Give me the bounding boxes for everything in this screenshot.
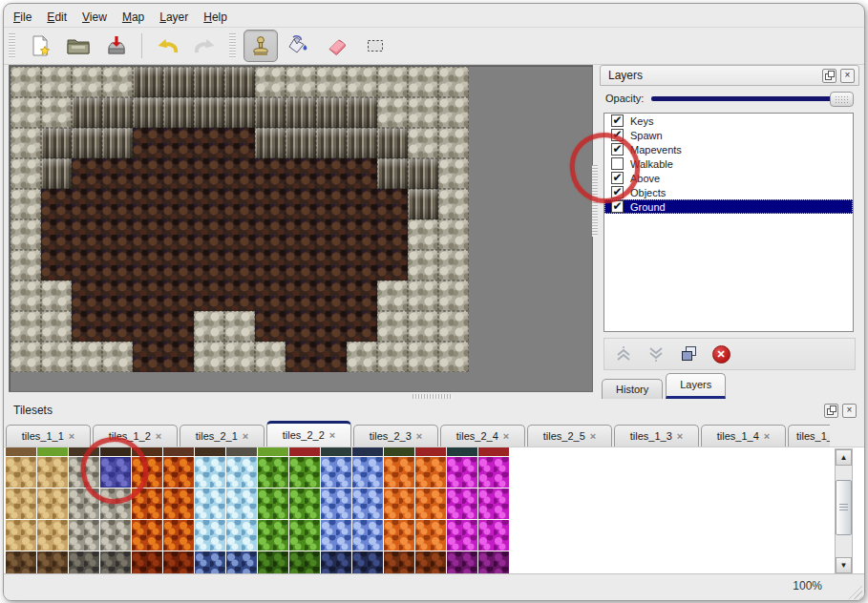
palette-tile-magenta-cells[interactable] bbox=[447, 520, 477, 551]
map-tile-cave-floor[interactable] bbox=[163, 128, 194, 158]
map-tile-cave-floor[interactable] bbox=[255, 219, 286, 250]
palette-tile-vines-dark[interactable] bbox=[289, 551, 320, 574]
palette-tile-crystal[interactable] bbox=[352, 520, 383, 551]
map-tile-rock-ceiling[interactable] bbox=[377, 311, 408, 342]
map-tile-cave-floor[interactable] bbox=[347, 311, 377, 342]
palette-tile-orange-bubble-dark[interactable] bbox=[415, 551, 446, 574]
palette-tile-magenta-cells[interactable] bbox=[478, 520, 509, 551]
palette-tile-partial[interactable] bbox=[69, 447, 99, 456]
map-tile-cave-floor[interactable] bbox=[224, 158, 255, 189]
tileset-tab-tiles_1_[interactable]: tiles_1_ bbox=[788, 425, 830, 447]
palette-tile-sand[interactable] bbox=[37, 489, 68, 519]
palette-tile-partial[interactable] bbox=[100, 447, 131, 456]
map-tile-cave-floor[interactable] bbox=[377, 189, 408, 219]
map-tile-rock-ceiling[interactable] bbox=[316, 67, 347, 97]
palette-tile-partial[interactable] bbox=[478, 447, 509, 456]
palette-tile-crystal-dark[interactable] bbox=[352, 551, 383, 574]
palette-tile-ice[interactable] bbox=[195, 520, 225, 551]
map-tile-cave-floor[interactable] bbox=[347, 219, 377, 250]
map-tile-cliff-wall[interactable] bbox=[41, 158, 72, 189]
palette-tile-ice-dark[interactable] bbox=[226, 551, 257, 574]
palette-tile-partial[interactable] bbox=[226, 447, 257, 456]
map-tile-cliff-wall[interactable] bbox=[224, 97, 255, 128]
map-tile-rock-ceiling[interactable] bbox=[11, 342, 41, 372]
tab-close-icon[interactable]: × bbox=[590, 430, 596, 442]
map-tile-cliff-wall[interactable] bbox=[72, 128, 102, 158]
map-tile-rock-ceiling[interactable] bbox=[11, 281, 41, 311]
map-tile-cave-floor[interactable] bbox=[163, 219, 194, 250]
palette-tile-partial[interactable] bbox=[289, 447, 320, 456]
map-tile-cave-floor[interactable] bbox=[255, 189, 286, 219]
map-tile-cave-floor[interactable] bbox=[347, 189, 377, 219]
palette-tile-ice[interactable] bbox=[195, 489, 225, 519]
palette-tile-vines[interactable] bbox=[289, 520, 320, 551]
palette-tile-sand[interactable] bbox=[6, 520, 36, 551]
panel-tab-history[interactable]: History bbox=[602, 379, 663, 399]
layer-row-walkable[interactable]: Walkable bbox=[604, 156, 853, 171]
map-tile-cave-floor[interactable] bbox=[102, 311, 133, 342]
layer-row-keys[interactable]: ✔Keys bbox=[604, 114, 853, 128]
map-tile-cave-floor[interactable] bbox=[347, 250, 377, 281]
map-tile-cave-floor[interactable] bbox=[72, 250, 102, 281]
tab-close-icon[interactable]: × bbox=[156, 430, 161, 442]
palette-tile-partial[interactable] bbox=[352, 447, 383, 456]
map-tile-rock-ceiling[interactable] bbox=[408, 128, 438, 158]
map-tile-cave-floor[interactable] bbox=[316, 250, 347, 281]
palette-tile-partial[interactable] bbox=[415, 447, 446, 456]
map-tile-rock-ceiling[interactable] bbox=[41, 67, 72, 97]
palette-tile-sand[interactable] bbox=[6, 457, 36, 488]
map-tile-rock-ceiling[interactable] bbox=[11, 158, 41, 189]
map-tile-cliff-wall[interactable] bbox=[286, 97, 316, 128]
map-tile-rock-ceiling[interactable] bbox=[41, 281, 72, 311]
tab-close-icon[interactable]: × bbox=[69, 430, 74, 442]
map-canvas[interactable] bbox=[9, 65, 593, 392]
tab-close-icon[interactable]: × bbox=[503, 430, 509, 442]
map-tile-rock-ceiling[interactable] bbox=[438, 189, 469, 219]
map-tile-cave-floor[interactable] bbox=[316, 281, 347, 311]
duplicate-layer-button[interactable] bbox=[677, 343, 700, 365]
map-tile-cave-floor[interactable] bbox=[255, 281, 286, 311]
delete-layer-button[interactable]: ✕ bbox=[709, 343, 732, 365]
map-tile-rock-ceiling[interactable] bbox=[255, 67, 286, 97]
palette-tile-vines[interactable] bbox=[289, 489, 320, 519]
layer-row-spawn[interactable]: ✔Spawn bbox=[604, 128, 853, 142]
map-tile-rock-ceiling[interactable] bbox=[347, 67, 377, 97]
map-tile-cliff-wall[interactable] bbox=[255, 97, 286, 128]
map-tile-cave-floor[interactable] bbox=[194, 189, 224, 219]
palette-tile-orange-bubble[interactable] bbox=[384, 489, 414, 519]
palette-tile-magenta-cells-dark[interactable] bbox=[478, 551, 509, 574]
map-tile-rock-ceiling[interactable] bbox=[377, 281, 408, 311]
map-tile-rock-ceiling[interactable] bbox=[408, 342, 438, 372]
close-panel-button[interactable]: × bbox=[842, 404, 857, 418]
map-tile-cliff-wall[interactable] bbox=[255, 128, 286, 158]
map-tile-rock-ceiling[interactable] bbox=[408, 281, 438, 311]
map-tile-cave-floor[interactable] bbox=[163, 342, 194, 372]
undo-button[interactable] bbox=[150, 30, 184, 62]
palette-tile-crystal[interactable] bbox=[352, 489, 383, 519]
palette-tile-orange-bubble[interactable] bbox=[415, 457, 446, 488]
menu-help[interactable]: Help bbox=[203, 10, 227, 24]
map-tile-rock-ceiling[interactable] bbox=[438, 342, 469, 372]
layer-row-mapevents[interactable]: ✔Mapevents bbox=[604, 142, 853, 156]
map-tile-rock-ceiling[interactable] bbox=[255, 342, 286, 372]
map-tile-cave-floor[interactable] bbox=[72, 311, 102, 342]
map-tile-rock-ceiling[interactable] bbox=[408, 67, 438, 97]
map-tile-rock-ceiling[interactable] bbox=[438, 97, 469, 128]
map-tile-rock-ceiling[interactable] bbox=[438, 311, 469, 342]
eraser-tool-button[interactable] bbox=[320, 30, 354, 62]
palette-tile-vines[interactable] bbox=[258, 520, 288, 551]
fill-tool-button[interactable] bbox=[282, 30, 316, 62]
palette-tile-partial[interactable] bbox=[195, 447, 225, 456]
map-tile-cliff-wall[interactable] bbox=[408, 189, 438, 219]
toolbar-drag-grip[interactable] bbox=[229, 33, 236, 58]
palette-tile-gray-rock[interactable] bbox=[69, 520, 99, 551]
map-tile-rock-ceiling[interactable] bbox=[102, 342, 133, 372]
map-tile-rock-ceiling[interactable] bbox=[377, 342, 408, 372]
palette-tile-vines[interactable] bbox=[258, 457, 288, 488]
tileset-tab-tiles_2_4[interactable]: tiles_2_4× bbox=[440, 425, 525, 447]
map-tile-cliff-wall[interactable] bbox=[41, 128, 72, 158]
map-tile-cave-floor[interactable] bbox=[347, 158, 377, 189]
map-tile-cave-floor[interactable] bbox=[286, 250, 316, 281]
map-tile-cave-floor[interactable] bbox=[255, 311, 286, 342]
map-tile-cave-floor[interactable] bbox=[347, 281, 377, 311]
